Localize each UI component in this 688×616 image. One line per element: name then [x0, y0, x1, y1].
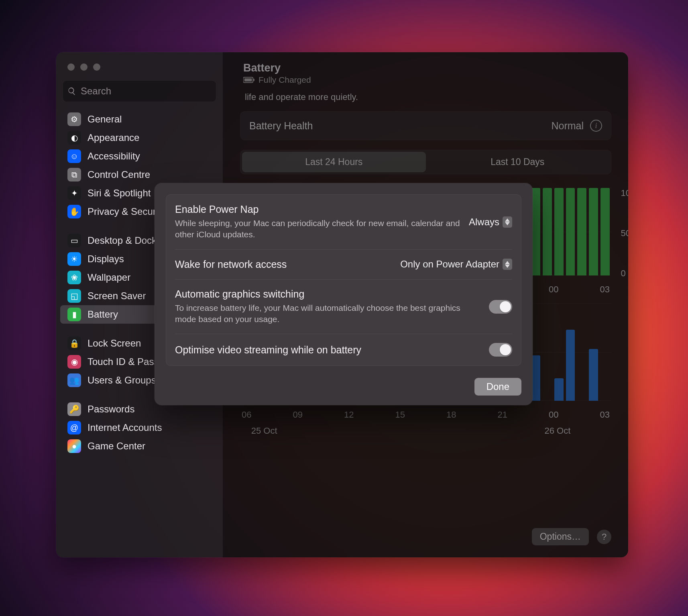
option-description: To increase battery life, your Mac will …: [175, 302, 464, 325]
option-title: Enable Power Nap: [175, 204, 461, 215]
sidebar-icon: ◐: [67, 131, 81, 145]
sidebar-item-appearance[interactable]: ◐Appearance: [60, 129, 219, 147]
sidebar-item-label: Game Center: [88, 441, 145, 452]
search-icon: [67, 87, 76, 96]
option-row: Enable Power NapWhile sleeping, your Mac…: [175, 195, 512, 250]
sidebar-item-label: Displays: [88, 253, 124, 265]
sidebar-item-general[interactable]: ⚙General: [60, 110, 219, 129]
chevron-updown-icon: [503, 216, 512, 228]
option-title: Wake for network access: [175, 259, 392, 270]
zoom-icon[interactable]: [93, 63, 100, 71]
sidebar-icon: ▮: [67, 308, 81, 321]
sidebar-icon: ◉: [67, 355, 81, 369]
search-field-wrap: [63, 80, 216, 102]
close-icon[interactable]: [67, 63, 75, 71]
window-controls: [56, 59, 223, 80]
options-sheet: Enable Power NapWhile sleeping, your Mac…: [155, 183, 533, 405]
sidebar-icon: ⚙: [67, 112, 81, 126]
search-input[interactable]: [63, 80, 216, 102]
sidebar-item-label: Screen Saver: [88, 290, 146, 302]
option-row: Optimise video streaming while on batter…: [175, 334, 512, 365]
sidebar-icon: @: [67, 421, 81, 434]
sidebar-item-label: Siri & Spotlight: [88, 188, 151, 199]
option-title: Optimise video streaming while on batter…: [175, 344, 481, 356]
sidebar-icon: 🔒: [67, 337, 81, 350]
sidebar-item-label: Accessibility: [88, 151, 140, 162]
sidebar-item-label: Desktop & Dock: [88, 235, 157, 246]
option-toggle[interactable]: [489, 300, 512, 314]
sidebar-item-label: Internet Accounts: [88, 422, 162, 433]
option-description: While sleeping, your Mac can periodicall…: [175, 218, 461, 241]
option-title: Automatic graphics switching: [175, 288, 481, 300]
sidebar-item-label: Control Centre: [88, 169, 150, 180]
sidebar-icon: 👥: [67, 373, 81, 387]
option-row: Wake for network accessOnly on Power Ada…: [175, 250, 512, 279]
sidebar-item-internet-accounts[interactable]: @Internet Accounts: [60, 418, 219, 437]
sidebar-icon: ▭: [67, 234, 81, 247]
done-button[interactable]: Done: [474, 378, 521, 396]
sidebar-icon: ◱: [67, 289, 81, 303]
sidebar-item-label: Wallpaper: [88, 272, 130, 283]
option-dropdown[interactable]: Always: [469, 216, 512, 228]
sidebar-item-label: Appearance: [88, 132, 139, 143]
sidebar-icon: ☀: [67, 252, 81, 266]
sidebar-item-label: Lock Screen: [88, 338, 141, 349]
sidebar-item-label: Users & Groups: [88, 375, 156, 386]
dropdown-value: Always: [469, 216, 499, 228]
sidebar-item-game-center[interactable]: ●Game Center: [60, 437, 219, 455]
dropdown-value: Only on Power Adapter: [400, 259, 499, 270]
sheet-footer: Done: [166, 378, 521, 396]
sidebar-item-label: Privacy & Security: [88, 206, 166, 217]
sidebar-icon: ❀: [67, 271, 81, 284]
sidebar-icon: 🔑: [67, 402, 81, 416]
sidebar-icon: ●: [67, 439, 81, 453]
sidebar-item-label: General: [88, 114, 122, 125]
option-toggle[interactable]: [489, 343, 512, 357]
sidebar-icon: ✋: [67, 205, 81, 218]
chevron-updown-icon: [503, 259, 512, 270]
sidebar-icon: ☺: [67, 149, 81, 163]
sidebar-item-accessibility[interactable]: ☺Accessibility: [60, 147, 219, 165]
sidebar-icon: ✦: [67, 186, 81, 200]
option-row: Automatic graphics switchingTo increase …: [175, 279, 512, 335]
sidebar-item-control-centre[interactable]: ⧉Control Centre: [60, 165, 219, 184]
option-dropdown[interactable]: Only on Power Adapter: [400, 259, 512, 270]
sidebar-item-label: Passwords: [88, 404, 134, 415]
options-list: Enable Power NapWhile sleeping, your Mac…: [166, 194, 521, 366]
sidebar-icon: ⧉: [67, 168, 81, 182]
minimize-icon[interactable]: [80, 63, 88, 71]
sidebar-item-label: Battery: [88, 309, 118, 320]
